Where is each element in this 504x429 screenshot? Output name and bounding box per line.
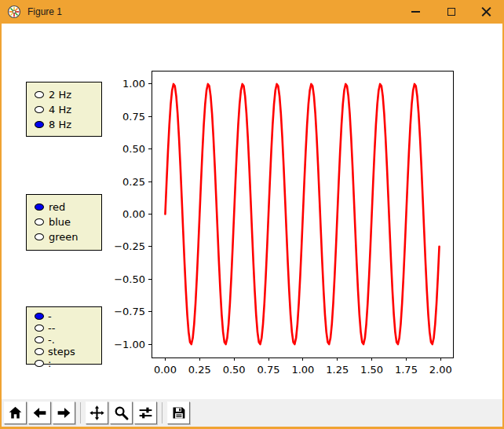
titlebar[interactable]: Figure 1	[0, 0, 504, 24]
x-tick-label: 0.75	[257, 364, 280, 376]
forward-icon	[56, 405, 72, 421]
y-tick-label: 0.00	[122, 208, 145, 220]
y-tick-label: 1.00	[122, 78, 145, 90]
forward-button[interactable]	[53, 402, 75, 424]
y-tick-label: 0.50	[122, 143, 145, 155]
maximize-icon	[447, 8, 455, 16]
x-tick-label: 1.25	[326, 364, 349, 376]
y-tick-label: −0.50	[114, 273, 145, 285]
pan-button[interactable]	[86, 402, 108, 424]
nav-toolbar	[2, 399, 502, 427]
figure-window: Figure 1 2 Hz4 Hz8 Hz redbluegreen ----.…	[0, 0, 504, 429]
figure-canvas: 2 Hz4 Hz8 Hz redbluegreen ----.steps: 0.…	[2, 24, 502, 399]
configure-subplots-icon	[137, 405, 154, 421]
x-tick-label: 1.50	[360, 364, 383, 376]
plot-axes[interactable]: 0.000.250.500.751.001.251.501.752.00−1.0…	[2, 24, 502, 399]
x-tick-label: 0.50	[223, 364, 246, 376]
close-icon	[481, 7, 491, 17]
x-tick-label: 1.00	[291, 364, 314, 376]
matplotlib-icon	[7, 5, 21, 19]
signal-line	[165, 84, 439, 344]
home-button[interactable]	[4, 402, 27, 424]
zoom-to-rect-button[interactable]	[110, 402, 133, 424]
x-tick-label: 0.25	[188, 364, 211, 376]
y-tick-label: −1.00	[114, 339, 145, 350]
y-tick-label: −0.75	[114, 306, 145, 317]
x-tick-label: 2.00	[429, 364, 452, 376]
maximize-button[interactable]	[433, 0, 469, 24]
minimize-button[interactable]	[398, 0, 433, 24]
back-icon	[31, 405, 48, 421]
y-tick-label: 0.25	[122, 176, 145, 188]
window-title: Figure 1	[27, 6, 62, 17]
configure-subplots-button[interactable]	[134, 402, 157, 424]
zoom-to-rect-icon	[113, 405, 130, 421]
y-tick-label: −0.25	[114, 240, 145, 252]
minimize-icon	[411, 11, 420, 13]
y-tick-label: 0.75	[122, 111, 145, 123]
save-figure-icon	[170, 405, 187, 421]
toolbar-separator	[80, 402, 81, 424]
home-icon	[7, 405, 24, 421]
x-tick-label: 0.00	[154, 364, 177, 376]
x-tick-label: 1.75	[395, 364, 418, 376]
save-figure-button[interactable]	[167, 402, 190, 424]
back-button[interactable]	[28, 402, 51, 424]
close-button[interactable]	[469, 0, 504, 24]
toolbar-separator	[162, 402, 163, 424]
window-controls	[398, 0, 504, 24]
pan-icon	[89, 405, 105, 421]
